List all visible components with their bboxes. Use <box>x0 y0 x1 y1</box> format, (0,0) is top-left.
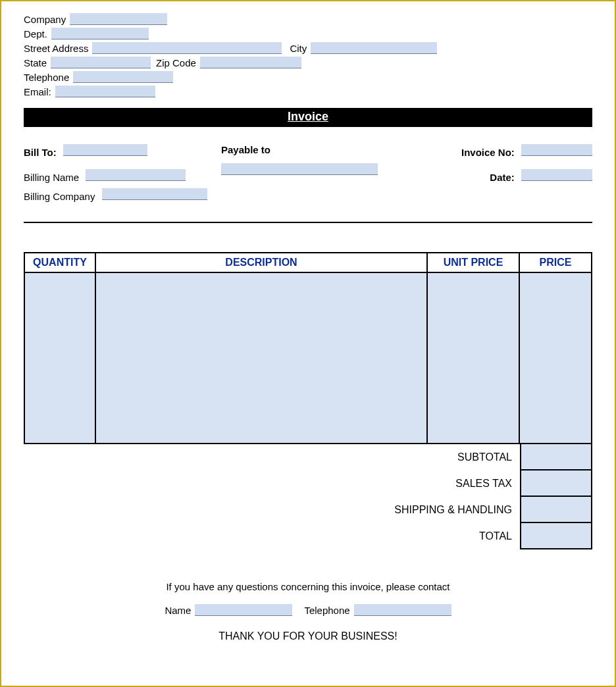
billing-company-label: Billing Company <box>24 191 95 202</box>
header-price: PRICE <box>519 253 592 272</box>
dept-field[interactable] <box>51 28 149 39</box>
zip-field[interactable] <box>200 57 301 68</box>
contact-phone-field[interactable] <box>354 604 451 616</box>
sales-tax-label: SALES TAX <box>354 471 512 497</box>
subtotal-field[interactable] <box>520 444 592 471</box>
city-label: City <box>290 43 307 54</box>
sales-tax-field[interactable] <box>520 471 592 497</box>
header-description: DESCRIPTION <box>95 253 427 272</box>
payable-to-label: Payable to <box>221 144 270 155</box>
invoice-page: Company Dept. Street Address City State … <box>0 0 616 687</box>
phone-label: Telephone <box>24 72 69 83</box>
thank-you-text: THANK YOU FOR YOUR BUSINESS! <box>24 630 592 642</box>
invoice-title-bar: Invoice <box>24 108 592 127</box>
state-label: State <box>24 57 47 68</box>
quantity-cell[interactable] <box>24 272 95 444</box>
billing-section: Bill To: Payable to Invoice No: Billing … <box>24 144 592 202</box>
company-field[interactable] <box>70 13 167 25</box>
unit-price-cell[interactable] <box>427 272 519 444</box>
state-field[interactable] <box>51 57 151 68</box>
dept-label: Dept. <box>24 28 47 39</box>
items-table-wrap: QUANTITY DESCRIPTION UNIT PRICE PRICE SU… <box>24 252 592 549</box>
contact-name-field[interactable] <box>195 604 292 616</box>
company-label: Company <box>24 14 66 25</box>
table-header-row: QUANTITY DESCRIPTION UNIT PRICE PRICE <box>24 253 592 272</box>
sender-block: Company Dept. Street Address City State … <box>24 13 592 97</box>
price-cell[interactable] <box>519 272 592 444</box>
totals-block: SUBTOTAL SALES TAX SHIPPING & HANDLING T… <box>24 444 592 549</box>
phone-field[interactable] <box>73 71 173 83</box>
street-label: Street Address <box>24 43 88 54</box>
table-row <box>24 272 592 444</box>
header-unit-price: UNIT PRICE <box>427 253 519 272</box>
invoice-no-field[interactable] <box>521 144 592 156</box>
city-field[interactable] <box>311 42 437 54</box>
invoice-no-label: Invoice No: <box>461 147 515 158</box>
bill-to-label: Bill To: <box>24 147 57 158</box>
email-field[interactable] <box>55 86 155 97</box>
bill-to-field[interactable] <box>63 144 147 156</box>
date-field[interactable] <box>521 169 592 181</box>
email-label: Email: <box>24 86 51 97</box>
items-table: QUANTITY DESCRIPTION UNIT PRICE PRICE <box>24 252 592 444</box>
total-label: TOTAL <box>354 523 512 549</box>
total-field[interactable] <box>520 523 592 549</box>
date-label: Date: <box>490 172 515 183</box>
header-quantity: QUANTITY <box>24 253 95 272</box>
footer-block: If you have any questions concerning thi… <box>24 581 592 642</box>
divider <box>24 222 592 223</box>
billing-name-field[interactable] <box>86 169 186 181</box>
shipping-label: SHIPPING & HANDLING <box>354 497 512 523</box>
shipping-field[interactable] <box>520 497 592 523</box>
billing-company-field[interactable] <box>102 188 207 200</box>
description-cell[interactable] <box>95 272 427 444</box>
contact-phone-label: Telephone <box>304 605 349 616</box>
street-field[interactable] <box>92 42 282 54</box>
zip-label: Zip Code <box>156 57 196 68</box>
contact-name-label: Name <box>165 605 191 616</box>
billing-name-label: Billing Name <box>24 172 79 183</box>
questions-text: If you have any questions concerning thi… <box>24 581 592 592</box>
subtotal-label: SUBTOTAL <box>354 444 512 471</box>
